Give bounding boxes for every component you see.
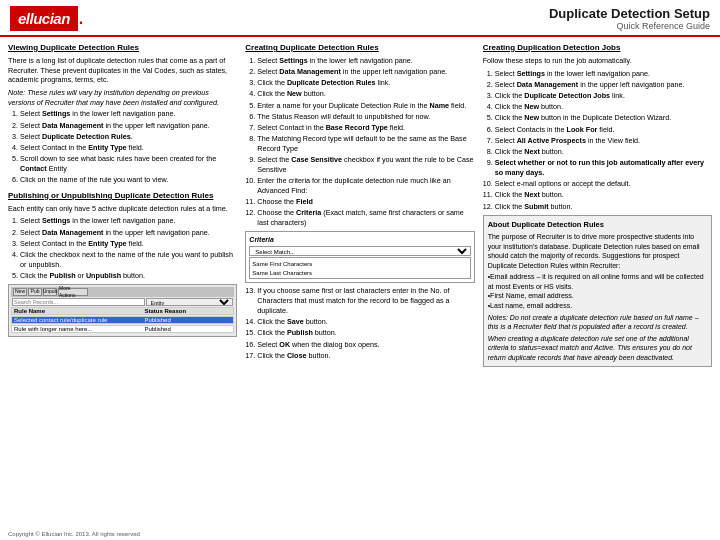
screenshot-search-row: Entity — [11, 298, 234, 306]
list-item: Click the Next button. — [495, 147, 712, 157]
about-notes: Notes: Do not create a duplicate detecti… — [488, 313, 707, 362]
screenshot-col-header: Rule Name Status Reason — [11, 307, 234, 315]
list-item: Enter the criteria for the duplicate det… — [257, 176, 474, 195]
list-item: Choose the Criteria (Exact match, same f… — [257, 208, 474, 227]
section-publishing-desc: Each entity can only have 5 active dupli… — [8, 204, 237, 214]
screenshot-mockup: New Pub Unpub More Actions Entity Rule N… — [8, 284, 237, 337]
logo-dot: . — [79, 10, 83, 28]
list-item: The Status Reason will default to unpubl… — [257, 112, 474, 122]
section-viewing-title: Viewing Duplicate Detection Rules — [8, 43, 237, 54]
list-item: Click the New button in the Duplicate De… — [495, 113, 712, 123]
list-item: Select Data Management in the upper left… — [20, 121, 237, 131]
list-item: Select Data Management in the upper left… — [495, 80, 712, 90]
list-item: Select Settings in the lower left naviga… — [20, 216, 237, 226]
list-item: Select Contacts in the Look For field. — [495, 125, 712, 135]
list-item: Select Settings in the lower left naviga… — [495, 69, 712, 79]
list-item: Click the Submit button. — [495, 202, 712, 212]
list-item: Select whether or not to run this job au… — [495, 158, 712, 177]
list-item: Click the Save button. — [257, 317, 474, 327]
list-item: Click the New button. — [257, 89, 474, 99]
section-jobs-title: Creating Duplication Detection Jobs — [483, 43, 712, 54]
toolbar-pub-btn: Pub — [28, 288, 42, 296]
column-2: Creating Duplicate Detection Rules Selec… — [245, 43, 474, 519]
screenshot-toolbar: New Pub Unpub More Actions — [11, 287, 234, 297]
section-viewing-note: Note: These rules will vary by instituti… — [8, 88, 237, 107]
list-item: Click the Publish or Unpublish button. — [20, 271, 237, 281]
creating-steps-list: Select Settings in the lower left naviga… — [245, 56, 474, 228]
criteria-select[interactable]: Select Match... Same First Characters Sa… — [249, 246, 470, 256]
page-subtitle: Quick Reference Guide — [549, 21, 710, 31]
list-item: Scroll down to see what basic rules have… — [20, 154, 237, 173]
list-item: Choose the Field — [257, 197, 474, 207]
criteria-list: Same First Characters Same Last Characte… — [249, 257, 470, 279]
about-bullets: •Email address – it is required on all o… — [488, 272, 707, 310]
criteria-label: Criteria — [249, 235, 470, 244]
logo-area: ellucian. — [10, 6, 83, 31]
section-publishing-title: Publishing or Unpublishing Duplicate Det… — [8, 191, 237, 202]
logo-text: ellucian — [10, 6, 78, 31]
list-item: Select Settings in the lower left naviga… — [20, 109, 237, 119]
list-item: Select Contact in the Base Record Type f… — [257, 123, 474, 133]
toolbar-new-btn: New — [13, 288, 27, 296]
list-item: Click the Next button. — [495, 190, 712, 200]
list-item: Enter a name for your Duplicate Detectio… — [257, 101, 474, 111]
list-item: Click the Duplicate Detection Rules link… — [257, 78, 474, 88]
viewing-steps-list: Select Settings in the lower left naviga… — [8, 109, 237, 185]
toolbar-more-btn: More Actions — [58, 288, 88, 296]
list-item: Select e-mail options or accept the defa… — [495, 179, 712, 189]
list-item: Select Contact in the Entity Type field. — [20, 143, 237, 153]
list-item: Select Contact in the Entity Type field. — [20, 239, 237, 249]
list-item: Select Data Management in the upper left… — [257, 67, 474, 77]
list-item: Select the Case Sensitive checkbox if yo… — [257, 155, 474, 174]
main-content: Viewing Duplicate Detection Rules There … — [0, 37, 720, 525]
list-item: Select Duplicate Detection Rules. — [20, 132, 237, 142]
screenshot-row-selected: Selected contact rule/duplicate rule Pub… — [11, 316, 234, 324]
column-1: Viewing Duplicate Detection Rules There … — [8, 43, 237, 519]
list-item: Click the Duplicate Detection Jobs link. — [495, 91, 712, 101]
header-right: Duplicate Detection Setup Quick Referenc… — [549, 6, 710, 31]
jobs-steps-list: Select Settings in the lower left naviga… — [483, 69, 712, 212]
creating-steps-list-cont: If you choose same first or last charact… — [245, 286, 474, 360]
screenshot-entity-select[interactable]: Entity — [146, 298, 234, 306]
criteria-box: Criteria Select Match... Same First Char… — [245, 231, 474, 284]
page-header: ellucian. Duplicate Detection Setup Quic… — [0, 0, 720, 37]
section-viewing-desc: There is a long list of duplicate detect… — [8, 56, 237, 85]
section-creating-title: Creating Duplicate Detection Rules — [245, 43, 474, 54]
column-3: Creating Duplication Detection Jobs Foll… — [483, 43, 712, 519]
about-title: About Duplicate Detection Rules — [488, 220, 707, 230]
screenshot-row: Rule with longer name here... Published — [11, 325, 234, 333]
list-item: If you choose same first or last charact… — [257, 286, 474, 315]
list-item: Select Settings in the lower left naviga… — [257, 56, 474, 66]
list-item: Select OK when the dialog box opens. — [257, 340, 474, 350]
section-jobs-desc: Follow these steps to run the job automa… — [483, 56, 712, 66]
list-item: Click the New button. — [495, 102, 712, 112]
toolbar-unpub-btn: Unpub — [43, 288, 57, 296]
list-item: Click the checkbox next to the name of t… — [20, 250, 237, 269]
about-text: The purpose of Recruiter is to drive mor… — [488, 232, 707, 270]
list-item: The Matching Record type will default to… — [257, 134, 474, 153]
list-item: Select Data Management in the upper left… — [20, 228, 237, 238]
list-item: Click on the name of the rule you want t… — [20, 175, 237, 185]
publishing-steps-list: Select Settings in the lower left naviga… — [8, 216, 237, 280]
list-item: Click the Close button. — [257, 351, 474, 361]
screenshot-search-input[interactable] — [12, 298, 145, 306]
list-item: Select All Active Prospects in the View … — [495, 136, 712, 146]
about-box: About Duplicate Detection Rules The purp… — [483, 215, 712, 367]
list-item: Click the Publish button. — [257, 328, 474, 338]
page-title: Duplicate Detection Setup — [549, 6, 710, 21]
